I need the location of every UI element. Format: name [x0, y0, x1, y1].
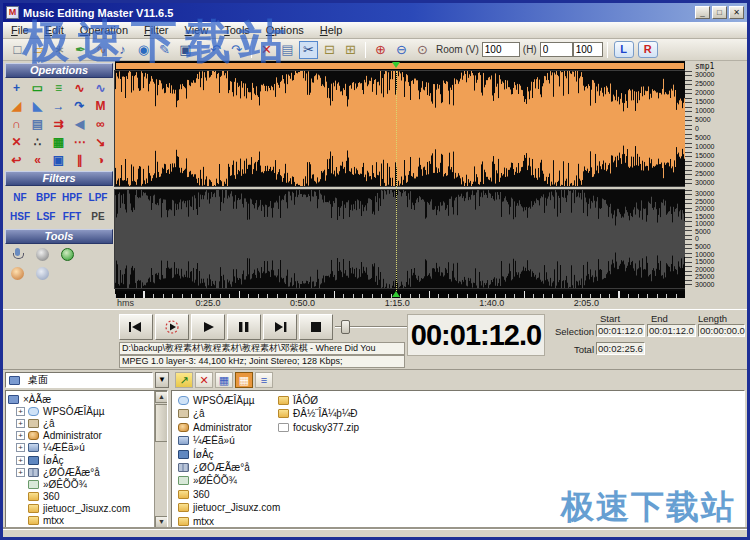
list-item[interactable]: ¿â	[178, 407, 205, 420]
slider-thumb[interactable]	[341, 320, 350, 334]
menu-tools[interactable]: Tools	[216, 23, 258, 37]
browser-tool-icon[interactable]	[11, 267, 24, 280]
cd-burn-tool-icon[interactable]	[61, 248, 74, 261]
tree-item[interactable]: +¿â	[8, 417, 167, 429]
list-item[interactable]: ¿ØÖÆÃæ°å	[178, 461, 250, 474]
right-channel-button[interactable]: R	[638, 41, 658, 58]
tree-expander[interactable]: +	[16, 431, 25, 440]
maximize-button[interactable]: □	[712, 6, 727, 19]
op-speaker-icon[interactable]: ◀	[69, 115, 90, 133]
tree-item[interactable]: ×ÀÃæ	[8, 393, 167, 405]
close-button[interactable]: ✕	[729, 6, 744, 19]
op-merge-icon[interactable]: ⇉	[48, 115, 69, 133]
microphone-tool-icon[interactable]	[11, 248, 24, 261]
filter-bpf-button[interactable]: BPF	[33, 188, 59, 207]
stop-button[interactable]	[299, 314, 333, 340]
op-fit-vertical-icon[interactable]: ≡	[48, 79, 69, 97]
open-file-button[interactable]: ▱	[29, 41, 48, 59]
save-file-button[interactable]: ▣	[176, 41, 195, 59]
scroll-down-button[interactable]: ▼	[155, 516, 168, 528]
op-insert-silence-icon[interactable]: +	[6, 79, 27, 97]
playhead-marker-bottom[interactable]	[392, 291, 400, 297]
copy-button[interactable]: ▤	[278, 41, 297, 59]
play-button[interactable]	[191, 314, 225, 340]
total-value[interactable]: 00:02:25.6	[596, 342, 645, 355]
tree-item[interactable]: +¿ØÖÆÃæ°å	[8, 466, 167, 478]
op-wave-red-icon[interactable]: ∿	[69, 79, 90, 97]
filter-nf-button[interactable]: NF	[7, 188, 33, 207]
h-from-input[interactable]	[540, 42, 573, 57]
film-reel-tool-icon[interactable]	[36, 248, 49, 261]
delete-button[interactable]: ✕	[257, 41, 276, 59]
list-item[interactable]: 360	[178, 488, 210, 501]
list-item[interactable]: ÐÂ½¨ÎÄ¼þ¼Ð	[278, 407, 357, 420]
waveform-area[interactable]: hms 0:25.00:50.01:15.01:40.02:05.0	[115, 61, 685, 309]
playhead-marker-top[interactable]	[392, 62, 400, 68]
play-selection-button[interactable]	[155, 314, 189, 340]
tree-item[interactable]: 360	[8, 491, 167, 503]
list-item[interactable]: »ØÊÕÕ¾	[178, 474, 237, 487]
record-wave-button[interactable]: ∿	[92, 41, 111, 59]
op-noise-icon[interactable]: ∴	[27, 133, 48, 151]
selection-end-value[interactable]: 00:01:12.0	[647, 324, 696, 337]
undo-button[interactable]: ↶	[206, 41, 225, 59]
view-icons-button[interactable]: ▦	[215, 372, 233, 388]
filter-fft-button[interactable]: FFT	[59, 207, 85, 226]
paste-button[interactable]: ⊟	[320, 41, 339, 59]
menu-file[interactable]: File	[3, 23, 37, 37]
op-compress-icon[interactable]: ∩	[6, 115, 27, 133]
speed-slider[interactable]	[335, 320, 407, 334]
filter-lpf-button[interactable]: LPF	[85, 188, 111, 207]
op-delete-marks-icon[interactable]: ✕	[6, 133, 27, 151]
tree-item[interactable]: mtxx	[8, 515, 167, 527]
zoom-v-input[interactable]	[482, 42, 520, 57]
zoom-out-button[interactable]: ⊖	[392, 41, 411, 59]
tree-item[interactable]: +¼ÆËã»ú	[8, 442, 167, 454]
media-note-button[interactable]: ♪	[113, 41, 132, 59]
minimize-button[interactable]: _	[695, 6, 710, 19]
left-channel-button[interactable]: L	[614, 41, 634, 58]
tree-expander[interactable]: +	[16, 443, 25, 452]
print-preview-button[interactable]: ⊙	[413, 41, 432, 59]
tree-expander[interactable]: +	[16, 419, 25, 428]
waveform-channel-left[interactable]	[115, 71, 685, 186]
scroll-up-button[interactable]: ▲	[155, 391, 168, 403]
op-selection-icon[interactable]: ▭	[27, 79, 48, 97]
filter-lsf-button[interactable]: LSF	[33, 207, 59, 226]
menu-help[interactable]: Help	[312, 23, 351, 37]
delete-file-button[interactable]: ✕	[195, 372, 213, 388]
list-item[interactable]: jietuocr_Jisuxz.com	[178, 501, 280, 514]
tree-item[interactable]: jietuocr_Jisuxz.com	[8, 503, 167, 515]
overview-strip[interactable]	[115, 62, 685, 70]
op-slashes-icon[interactable]: ⋯	[69, 133, 90, 151]
scroll-thumb[interactable]	[155, 404, 168, 442]
redo-button[interactable]: ↷	[227, 41, 246, 59]
op-fade-in-icon[interactable]: ◢	[6, 97, 27, 115]
step-forward-button[interactable]	[263, 314, 297, 340]
tree-item[interactable]: +Administrator	[8, 430, 167, 442]
list-item[interactable]: WPSÔÆÎÄµµ	[178, 394, 255, 407]
op-envelope-icon[interactable]: ◣	[27, 97, 48, 115]
pause-button[interactable]	[227, 314, 261, 340]
op-hatch-wave-icon[interactable]: ▦	[48, 133, 69, 151]
paste-insert-button[interactable]: ⊞	[341, 41, 360, 59]
op-crop-icon[interactable]: ↘	[90, 133, 111, 151]
location-combo[interactable]: 桌面	[5, 372, 153, 388]
list-item[interactable]: Administrator	[178, 421, 252, 434]
tree-expander[interactable]: +	[16, 407, 25, 416]
filter-hsf-button[interactable]: HSF	[7, 207, 33, 226]
playhead-line[interactable]	[396, 71, 397, 291]
menu-view[interactable]: View	[177, 23, 217, 37]
op-undo-region-icon[interactable]: ↩	[6, 151, 27, 169]
list-item[interactable]: focusky377.zip	[278, 421, 359, 434]
save-edit-button[interactable]: ✒	[71, 41, 90, 59]
waveform-channel-right[interactable]	[115, 190, 685, 288]
tree-item[interactable]: »ØÊÕÕ¾	[8, 478, 167, 490]
filter-hpf-button[interactable]: HPF	[59, 188, 85, 207]
list-item[interactable]: ¼ÆËã»ú	[178, 434, 235, 447]
menu-options[interactable]: Options	[258, 23, 312, 37]
zoom-in-button[interactable]: ⊕	[371, 41, 390, 59]
op-split-icon[interactable]: ∥	[69, 151, 90, 169]
list-item[interactable]: ÏÂÔØ	[278, 394, 318, 407]
skip-start-button[interactable]	[119, 314, 153, 340]
